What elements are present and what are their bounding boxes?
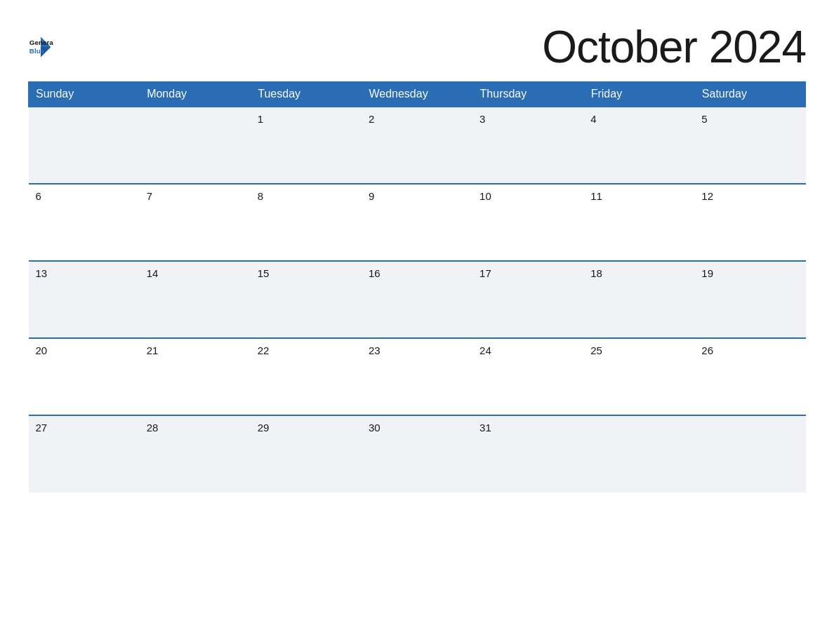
page-header: General Blue October 2024 bbox=[28, 21, 806, 73]
calendar-cell-week1-day1 bbox=[140, 107, 251, 184]
day-number: 31 bbox=[479, 422, 491, 434]
calendar-cell-week3-day4: 17 bbox=[472, 261, 583, 338]
calendar-cell-week3-day6: 19 bbox=[694, 261, 805, 338]
weekday-header-saturday: Saturday bbox=[694, 82, 805, 107]
day-number: 6 bbox=[36, 190, 41, 202]
calendar-cell-week1-day3: 2 bbox=[362, 107, 472, 184]
calendar-cell-week5-day3: 30 bbox=[362, 415, 472, 492]
calendar-cell-week5-day6 bbox=[694, 415, 805, 492]
weekday-header-wednesday: Wednesday bbox=[362, 82, 472, 107]
day-number: 28 bbox=[147, 422, 159, 434]
day-number: 14 bbox=[147, 267, 159, 279]
weekday-header-row: SundayMondayTuesdayWednesdayThursdayFrid… bbox=[29, 82, 806, 107]
calendar-cell-week1-day0 bbox=[29, 107, 140, 184]
day-number: 17 bbox=[479, 267, 491, 279]
day-number: 10 bbox=[479, 190, 491, 202]
calendar-cell-week2-day4: 10 bbox=[472, 184, 583, 261]
logo: General Blue bbox=[28, 34, 56, 60]
weekday-header-tuesday: Tuesday bbox=[251, 82, 362, 107]
calendar-cell-week3-day0: 13 bbox=[29, 261, 140, 338]
weekday-header-thursday: Thursday bbox=[472, 82, 583, 107]
day-number: 24 bbox=[479, 344, 491, 356]
month-title: October 2024 bbox=[542, 21, 806, 73]
calendar-body: 1234567891011121314151617181920212223242… bbox=[29, 107, 806, 492]
svg-text:Blue: Blue bbox=[29, 47, 45, 55]
calendar-cell-week4-day0: 20 bbox=[29, 338, 140, 415]
calendar-cell-week3-day2: 15 bbox=[251, 261, 362, 338]
day-number: 26 bbox=[701, 344, 713, 356]
calendar-cell-week3-day1: 14 bbox=[140, 261, 251, 338]
calendar-cell-week5-day2: 29 bbox=[251, 415, 362, 492]
logo-icon: General Blue bbox=[28, 34, 53, 60]
calendar-cell-week1-day4: 3 bbox=[472, 107, 583, 184]
calendar-cell-week4-day3: 23 bbox=[362, 338, 472, 415]
day-number: 1 bbox=[258, 113, 263, 125]
day-number: 2 bbox=[369, 113, 374, 125]
day-number: 25 bbox=[590, 344, 602, 356]
weekday-header-friday: Friday bbox=[583, 82, 694, 107]
calendar-cell-week2-day1: 7 bbox=[140, 184, 251, 261]
calendar-cell-week5-day0: 27 bbox=[29, 415, 140, 492]
day-number: 19 bbox=[701, 267, 713, 279]
day-number: 22 bbox=[258, 344, 270, 356]
calendar-week-3: 13141516171819 bbox=[29, 261, 806, 338]
day-number: 11 bbox=[590, 190, 602, 202]
day-number: 7 bbox=[147, 190, 152, 202]
calendar-cell-week4-day2: 22 bbox=[251, 338, 362, 415]
day-number: 3 bbox=[479, 113, 485, 125]
day-number: 15 bbox=[258, 267, 270, 279]
day-number: 13 bbox=[36, 267, 48, 279]
calendar-cell-week4-day5: 25 bbox=[583, 338, 694, 415]
day-number: 27 bbox=[36, 422, 48, 434]
calendar-cell-week5-day1: 28 bbox=[140, 415, 251, 492]
calendar-week-2: 6789101112 bbox=[29, 184, 806, 261]
calendar-cell-week2-day5: 11 bbox=[583, 184, 694, 261]
calendar-cell-week1-day6: 5 bbox=[694, 107, 805, 184]
calendar-cell-week2-day3: 9 bbox=[362, 184, 472, 261]
calendar-cell-week5-day5 bbox=[583, 415, 694, 492]
calendar-cell-week3-day3: 16 bbox=[362, 261, 472, 338]
calendar-cell-week4-day1: 21 bbox=[140, 338, 251, 415]
day-number: 18 bbox=[590, 267, 602, 279]
calendar-week-4: 20212223242526 bbox=[29, 338, 806, 415]
calendar-cell-week2-day2: 8 bbox=[251, 184, 362, 261]
day-number: 12 bbox=[701, 190, 713, 202]
calendar-table: SundayMondayTuesdayWednesdayThursdayFrid… bbox=[28, 81, 806, 492]
calendar-cell-week1-day2: 1 bbox=[251, 107, 362, 184]
calendar-cell-week5-day4: 31 bbox=[472, 415, 583, 492]
weekday-header-monday: Monday bbox=[140, 82, 251, 107]
calendar-week-1: 12345 bbox=[29, 107, 806, 184]
day-number: 29 bbox=[258, 422, 270, 434]
calendar-cell-week1-day5: 4 bbox=[583, 107, 694, 184]
weekday-header-sunday: Sunday bbox=[29, 82, 140, 107]
day-number: 16 bbox=[369, 267, 380, 279]
calendar-cell-week3-day5: 18 bbox=[583, 261, 694, 338]
day-number: 23 bbox=[369, 344, 380, 356]
svg-text:General: General bbox=[29, 39, 53, 46]
calendar-week-5: 2728293031 bbox=[29, 415, 806, 492]
calendar-cell-week4-day6: 26 bbox=[694, 338, 805, 415]
day-number: 4 bbox=[590, 113, 596, 125]
calendar-cell-week2-day0: 6 bbox=[29, 184, 140, 261]
day-number: 30 bbox=[369, 422, 380, 434]
day-number: 21 bbox=[147, 344, 159, 356]
day-number: 5 bbox=[701, 113, 707, 125]
day-number: 8 bbox=[258, 190, 263, 202]
calendar-cell-week4-day4: 24 bbox=[472, 338, 583, 415]
day-number: 20 bbox=[36, 344, 48, 356]
calendar-cell-week2-day6: 12 bbox=[694, 184, 805, 261]
day-number: 9 bbox=[369, 190, 374, 202]
